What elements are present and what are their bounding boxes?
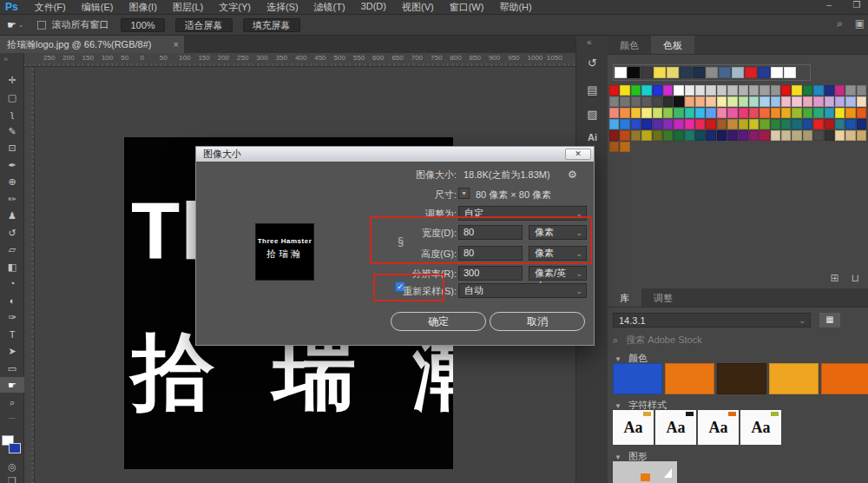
toolbar-collapse-icon[interactable]: » <box>3 55 10 63</box>
gradient-tool[interactable]: ◧ <box>0 259 24 275</box>
swatch[interactable] <box>784 67 796 78</box>
zoom-100-button[interactable]: 100% <box>121 18 164 32</box>
swatch[interactable] <box>631 96 641 107</box>
fit-screen-button[interactable]: 适合屏幕 <box>175 18 233 32</box>
zoom-tool[interactable]: ⌕ <box>0 394 24 410</box>
swatch[interactable] <box>749 85 759 96</box>
swatch[interactable] <box>771 85 780 96</box>
swatch[interactable] <box>653 119 662 129</box>
swatch[interactable] <box>654 67 666 78</box>
swatch[interactable] <box>825 119 834 129</box>
fill-screen-button[interactable]: 填充屏幕 <box>243 18 300 32</box>
swatch[interactable] <box>620 142 629 152</box>
char-style-card[interactable]: Aa <box>740 410 781 445</box>
library-version-dropdown[interactable]: 14.3.1 ⌄ <box>613 313 811 328</box>
library-search[interactable]: ⌕ 搜索 Adobe Stock <box>613 334 863 347</box>
brush-tool[interactable]: ✏ <box>0 191 24 207</box>
eraser-tool[interactable]: ▱ <box>0 242 24 257</box>
more-tools[interactable]: ··· <box>0 411 24 427</box>
swatch[interactable] <box>663 130 673 141</box>
tab-libraries[interactable]: 库 <box>608 288 641 307</box>
swatch[interactable] <box>685 85 694 96</box>
swatch[interactable] <box>717 85 727 96</box>
quick-selection-tool[interactable]: ✎ <box>0 123 24 139</box>
swatch[interactable] <box>813 130 823 141</box>
resample-select[interactable]: 自动 ⌄ <box>458 283 587 298</box>
swatch[interactable] <box>739 130 748 141</box>
clone-stamp-tool[interactable]: ♟ <box>0 208 24 223</box>
swatch[interactable] <box>695 130 705 141</box>
swatch[interactable] <box>835 130 845 141</box>
swatch[interactable] <box>781 130 791 141</box>
swatch[interactable] <box>727 96 737 107</box>
graphic-thumbnail[interactable] <box>613 461 677 483</box>
dock-collapse-icon[interactable]: « <box>587 37 592 47</box>
swatch[interactable] <box>835 85 845 96</box>
minimize-button[interactable]: – <box>819 0 838 10</box>
resolution-input[interactable]: 300 <box>458 266 523 281</box>
character-panel-icon[interactable]: ▤ <box>576 83 608 96</box>
swatch[interactable] <box>663 108 673 118</box>
menu-item-4[interactable]: 文字(Y) <box>211 1 259 14</box>
clone-source-panel-icon[interactable]: ▨ <box>576 108 608 121</box>
swatch[interactable] <box>781 119 791 129</box>
swatch[interactable] <box>845 130 855 141</box>
quick-mask-icon[interactable]: ◎ <box>0 461 24 473</box>
workspace-icon[interactable]: ▣ <box>855 17 865 30</box>
swatch[interactable] <box>706 119 715 129</box>
swatch[interactable] <box>835 96 845 107</box>
ok-button[interactable]: 确定 <box>391 312 486 331</box>
swatch[interactable] <box>717 119 727 129</box>
swatch[interactable] <box>620 96 629 107</box>
gear-icon[interactable]: ⚙ <box>568 169 577 181</box>
swatch[interactable] <box>674 85 683 96</box>
swatch[interactable] <box>857 85 866 96</box>
char-style-card[interactable]: Aa <box>613 410 654 445</box>
path-select-tool[interactable]: ➤ <box>0 343 24 359</box>
swatch[interactable] <box>771 130 780 141</box>
new-swatch-icon[interactable]: ⊞ <box>831 272 839 284</box>
library-color-chip[interactable] <box>613 363 662 394</box>
swatch[interactable] <box>781 85 791 96</box>
swatch[interactable] <box>803 85 812 96</box>
swatch[interactable] <box>760 130 769 141</box>
swatch[interactable] <box>685 130 694 141</box>
swatch[interactable] <box>732 67 744 78</box>
swatch[interactable] <box>609 119 619 129</box>
swatch[interactable] <box>845 108 855 118</box>
swatch[interactable] <box>706 96 715 107</box>
library-color-chip[interactable] <box>769 363 819 394</box>
swatch[interactable] <box>641 108 651 118</box>
swatch[interactable] <box>685 119 694 129</box>
swatch[interactable] <box>641 85 651 96</box>
menu-item-1[interactable]: 编辑(E) <box>74 1 122 14</box>
swatch[interactable] <box>792 96 801 107</box>
library-color-chip[interactable] <box>821 363 868 394</box>
swatch[interactable] <box>631 130 641 141</box>
swatch[interactable] <box>792 130 801 141</box>
swatch[interactable] <box>845 96 855 107</box>
swatch[interactable] <box>771 119 780 129</box>
menu-item-7[interactable]: 3D(D) <box>353 1 394 14</box>
char-style-card[interactable]: Aa <box>698 410 739 445</box>
swatch[interactable] <box>835 108 845 118</box>
swatch[interactable] <box>695 96 705 107</box>
swatch[interactable] <box>674 108 683 118</box>
swatch[interactable] <box>717 130 727 141</box>
lasso-tool[interactable]: ʅ <box>0 106 24 122</box>
swatch[interactable] <box>760 96 769 107</box>
swatch[interactable] <box>857 119 866 129</box>
swatch[interactable] <box>760 108 769 118</box>
swatch[interactable] <box>749 130 759 141</box>
tab-swatches[interactable]: 色板 <box>651 36 694 54</box>
swatch[interactable] <box>653 108 662 118</box>
char-style-card[interactable]: Aa <box>655 410 696 445</box>
cancel-button[interactable]: 取消 <box>490 312 585 331</box>
swatch[interactable] <box>745 67 757 78</box>
swatch[interactable] <box>803 96 812 107</box>
swatch[interactable] <box>609 85 619 96</box>
swatch[interactable] <box>845 119 855 129</box>
swatch[interactable] <box>706 130 715 141</box>
swatch[interactable] <box>641 119 651 129</box>
swatch[interactable] <box>792 85 801 96</box>
